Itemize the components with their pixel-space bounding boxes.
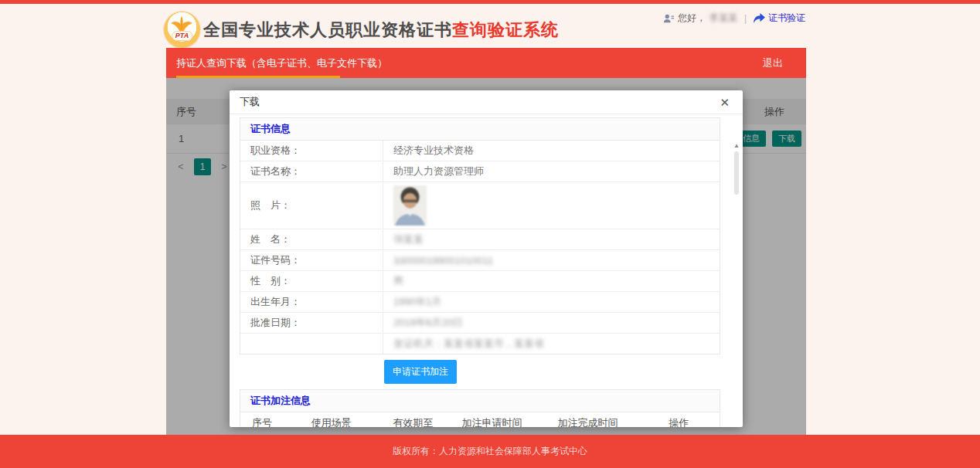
row-label: 姓 名： [240,229,383,249]
row-label: 性 别： [240,271,383,291]
page-title-main: 全国专业技术人员职业资格证书 [203,20,452,39]
row-value: 经济专业技术资格 [393,144,474,158]
anno-col-valid-until: 有效期至 [379,412,447,427]
download-modal: 下载 ✕ 证书信息 职业资格： 经济专业技术资格 证书名称： 助理人力资源管理师… [230,90,743,427]
cert-row-cert-name: 证书名称： 助理人力资源管理师 [240,161,720,181]
cert-verify-link[interactable]: 证书验证 [754,12,805,25]
row-label: 照 片： [240,195,383,215]
page: PTA 全国专业技术人员职业资格证书查询验证系统 您好， 李某某 | 证书验证 … [0,0,980,468]
close-icon[interactable]: ✕ [720,97,730,108]
row-value: 助理人力资源管理师 [393,164,484,178]
topbar-user-area: 您好， 李某某 | 证书验证 [663,12,805,25]
cert-row-photo: 照 片： [240,181,720,229]
tab-label: 持证人查询下载（含电子证书、电子文件下载） [176,57,387,69]
logo-text: PTA [172,31,192,41]
row-value-redacted: 2019年6月20日 [393,316,463,330]
page-title: 全国专业技术人员职业资格证书查询验证系统 [203,19,559,42]
modal-body: 证书信息 职业资格： 经济专业技术资格 证书名称： 助理人力资源管理师 照 片： [230,114,743,427]
modal-header: 下载 ✕ [230,90,743,114]
certificate-photo [393,185,427,226]
cert-row-id-number: 证件号码： 330000199001010011 [240,249,720,270]
cert-row-authority: 发证机关：某某省某某市，某某省 [240,333,720,354]
annotation-section-title: 证书加注信息 [240,390,720,412]
copyright-text: 版权所有：人力资源和社会保障部人事考试中心 [393,446,587,456]
cert-row-birth: 出生年月： 1990年1月 [240,291,720,312]
row-value-redacted: 发证机关：某某省某某市，某某省 [393,337,544,351]
cert-row-approval-date: 批准日期： 2019年6月20日 [240,312,720,333]
cert-row-name: 姓 名： 张某某 [240,229,720,249]
cert-info-section-title: 证书信息 [240,118,720,141]
apply-annotation-button[interactable]: 申请证书加注 [384,360,457,384]
top-red-strip [0,0,980,4]
logout-button[interactable]: 退出 [763,56,806,70]
row-label: 出生年月： [240,292,383,312]
cert-row-qualification: 职业资格： 经济专业技术资格 [240,141,720,161]
modal-scrollbar[interactable]: ▲ ▼ [733,142,740,427]
row-label: 职业资格： [240,141,383,161]
anno-col-index: 序号 [240,412,284,427]
greeting-text: 您好， [678,12,706,25]
navbar: 持证人查询下载（含电子证书、电子文件下载） 退出 [166,48,806,78]
cert-info-section: 证书信息 职业资格： 经济专业技术资格 证书名称： 助理人力资源管理师 照 片： [240,117,720,354]
row-value-redacted: 张某某 [393,232,424,246]
pta-logo: PTA [164,12,200,48]
cert-verify-label: 证书验证 [768,12,805,25]
anno-col-action: 操作 [638,412,720,427]
tab-holder-query-download[interactable]: 持证人查询下载（含电子证书、电子文件下载） [166,48,397,78]
separator: | [744,13,747,24]
anno-col-apply-time: 加注申请时间 [447,412,538,427]
scroll-up-icon[interactable]: ▲ [733,142,740,149]
cert-row-gender: 性 别： 男 [240,270,720,291]
anno-col-scene: 使用场景 [284,412,379,427]
scrollbar-thumb[interactable] [734,151,739,195]
row-label: 批准日期： [240,313,383,333]
row-value-redacted: 330000199001010011 [393,255,493,266]
annotation-info-section: 证书加注信息 序号 使用场景 有效期至 加注申请时间 加注完成时间 操作 无数据 [240,389,720,427]
page-title-system: 查询验证系统 [452,20,559,39]
modal-title: 下载 [240,95,260,109]
username-masked: 李某某 [709,12,737,25]
row-value-redacted: 男 [393,274,403,288]
row-label: 证书名称： [240,161,383,181]
user-icon [663,13,674,24]
share-arrow-icon [754,13,765,23]
row-label [240,341,383,347]
row-label: 证件号码： [240,250,383,270]
anno-col-complete-time: 加注完成时间 [537,412,638,427]
footer: 版权所有：人力资源和社会保障部人事考试中心 [0,435,980,468]
annotation-table-header: 序号 使用场景 有效期至 加注申请时间 加注完成时间 操作 [240,412,720,427]
row-value-redacted: 1990年1月 [393,295,441,309]
